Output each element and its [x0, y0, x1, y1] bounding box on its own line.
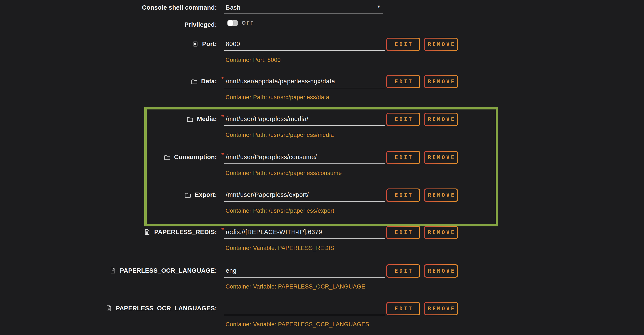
required-asterisk: *	[221, 75, 224, 83]
remove-button[interactable]: REMOVE	[424, 75, 458, 88]
remove-button[interactable]: REMOVE	[424, 226, 458, 239]
docker-template-settings-page: Console shell command: Bash ▼ Privileged…	[0, 0, 644, 335]
container-mapping-helper: Container Path: /usr/src/paperless/media	[226, 131, 334, 139]
shell-command-row: Console shell command: Bash ▼	[0, 1, 644, 14]
remove-button[interactable]: REMOVE	[424, 38, 458, 51]
data-value-input[interactable]: /mnt/user/appdata/paperless-ngx/data	[224, 75, 384, 88]
remove-button[interactable]: REMOVE	[424, 151, 458, 164]
required-asterisk: *	[221, 226, 224, 234]
edit-button[interactable]: EDIT	[386, 151, 420, 164]
port-value-input[interactable]: 8000	[224, 38, 384, 51]
field-row-paperless-ocr-languages: PAPERLESS_OCR_LANGUAGES: EDIT REMOVE Con…	[0, 302, 644, 315]
edit-button[interactable]: EDIT	[386, 75, 420, 88]
shell-command-value: Bash	[226, 3, 240, 12]
export-value-input[interactable]: /mnt/user/Paperpless/export/	[224, 189, 384, 202]
privileged-toggle[interactable]	[228, 20, 238, 26]
privileged-label-cell: Privileged:	[0, 18, 217, 29]
document-icon	[109, 267, 116, 274]
remove-button[interactable]: REMOVE	[424, 264, 458, 278]
remove-button[interactable]: REMOVE	[424, 189, 458, 202]
container-mapping-helper: Container Path: /usr/src/paperless/expor…	[226, 207, 334, 215]
container-mapping-helper: Container Variable: PAPERLESS_OCR_LANGUA…	[226, 283, 365, 291]
edit-button[interactable]: EDIT	[386, 226, 420, 239]
folder-icon	[186, 115, 193, 122]
required-asterisk: *	[221, 113, 224, 120]
field-row-paperless-redis: PAPERLESS_REDIS: * redis://[REPLACE-WITH…	[0, 226, 644, 239]
chevron-down-icon: ▼	[377, 4, 381, 9]
paperless-ocr-language-value-input[interactable]: eng	[224, 264, 384, 278]
folder-icon	[190, 78, 198, 85]
document-icon	[105, 305, 112, 312]
privileged-state-label: OFF	[242, 20, 254, 26]
shell-command-label-cell: Console shell command:	[0, 1, 217, 12]
field-row-export: Export: /mnt/user/Paperpless/export/ EDI…	[0, 189, 644, 202]
folder-icon	[164, 154, 171, 161]
container-mapping-helper: Container Variable: PAPERLESS_OCR_LANGUA…	[226, 321, 370, 328]
field-row-media: Media: * /mnt/user/Paperpless/media/ EDI…	[0, 113, 644, 126]
shell-command-select[interactable]: Bash ▼	[224, 1, 383, 13]
remove-button[interactable]: REMOVE	[424, 302, 458, 315]
container-mapping-helper: Container Path: /usr/src/paperless/data	[226, 93, 329, 101]
consumption-value-input[interactable]: /mnt/user/Paperpless/consume/	[224, 151, 384, 164]
container-mapping-helper: Container Path: /usr/src/paperless/consu…	[226, 169, 342, 177]
field-row-port: Port: 8000 EDIT REMOVE Container Port: 8…	[0, 38, 644, 51]
edit-button[interactable]: EDIT	[386, 302, 420, 315]
toggle-knob	[228, 20, 233, 26]
field-row-paperless-ocr-language: PAPERLESS_OCR_LANGUAGE: eng EDIT REMOVE …	[0, 264, 644, 278]
remove-button[interactable]: REMOVE	[424, 113, 458, 126]
field-row-consumption: Consumption: * /mnt/user/Paperpless/cons…	[0, 151, 644, 164]
shell-command-label: Console shell command:	[142, 4, 217, 11]
container-mapping-helper: Container Variable: PAPERLESS_REDIS	[226, 244, 334, 252]
edit-button[interactable]: EDIT	[386, 189, 420, 202]
privileged-row: Privileged: OFF	[0, 18, 644, 28]
document-icon	[144, 229, 151, 236]
privileged-label: Privileged:	[184, 21, 217, 28]
port-icon	[192, 40, 199, 47]
edit-button[interactable]: EDIT	[386, 38, 420, 51]
required-asterisk: *	[221, 151, 224, 158]
edit-button[interactable]: EDIT	[386, 264, 420, 278]
paperless-redis-value-input[interactable]: redis://[REPLACE-WITH-IP]:6379	[224, 226, 384, 239]
folder-icon	[184, 191, 191, 198]
edit-button[interactable]: EDIT	[386, 113, 420, 126]
container-mapping-helper: Container Port: 8000	[226, 56, 280, 64]
field-row-data: Data: * /mnt/user/appdata/paperless-ngx/…	[0, 75, 644, 88]
paperless-ocr-languages-value-input[interactable]	[224, 302, 384, 315]
media-value-input[interactable]: /mnt/user/Paperpless/media/	[224, 113, 384, 126]
